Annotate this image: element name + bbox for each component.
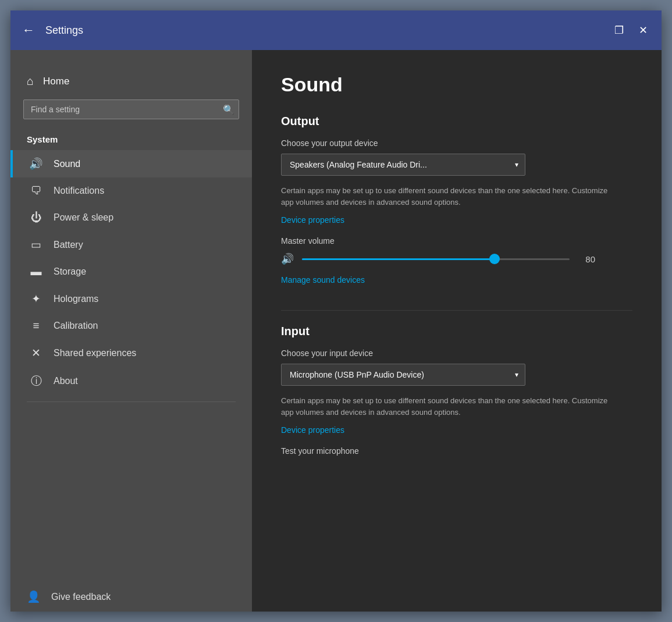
sidebar-sound-label: Sound (54, 159, 80, 169)
sidebar: ⌂ Home 🔍 System 🔊 Sound 🗨 Notifications (10, 50, 252, 612)
shared-icon: ✕ (29, 346, 43, 360)
sidebar-item-calibration[interactable]: ≡ Calibration (10, 312, 252, 339)
sidebar-item-power[interactable]: ⏻ Power & sleep (10, 204, 252, 231)
content-area: ⌂ Home 🔍 System 🔊 Sound 🗨 Notifications (10, 50, 662, 612)
volume-fill (302, 258, 495, 260)
output-device-label: Choose your output device (281, 138, 632, 148)
page-title: Sound (281, 73, 632, 96)
search-button[interactable]: 🔍 (223, 104, 234, 115)
sidebar-item-notifications[interactable]: 🗨 Notifications (10, 177, 252, 204)
search-input[interactable] (23, 99, 239, 119)
main-panel: Sound Output Choose your output device S… (252, 50, 662, 612)
sidebar-item-shared[interactable]: ✕ Shared experiences (10, 339, 252, 367)
output-info-text: Certain apps may be set up to use differ… (281, 185, 618, 208)
section-divider (281, 310, 632, 311)
close-button[interactable]: ✕ (637, 23, 650, 38)
output-device-dropdown-wrapper: Speakers (Analog Feature Audio Dri... ▾ (281, 154, 525, 176)
sidebar-notifications-label: Notifications (54, 186, 104, 196)
sidebar-item-battery[interactable]: ▭ Battery (10, 231, 252, 258)
power-icon: ⏻ (29, 211, 43, 224)
calibration-icon: ≡ (29, 319, 43, 332)
restore-button[interactable]: ❐ (612, 23, 626, 38)
input-section-title: Input (281, 325, 632, 338)
sidebar-home-label: Home (43, 76, 69, 87)
volume-thumb[interactable] (489, 254, 500, 264)
output-device-properties-link[interactable]: Device properties (281, 215, 344, 225)
output-section-title: Output (281, 115, 632, 128)
sidebar-item-about[interactable]: ⓘ About (10, 367, 252, 396)
feedback-icon: 👤 (27, 590, 41, 603)
volume-label: Master volume (281, 236, 632, 246)
sidebar-holograms-label: Holograms (54, 294, 98, 304)
input-info-text: Certain apps may be set up to use differ… (281, 395, 618, 418)
manage-sound-devices-link[interactable]: Manage sound devices (281, 275, 365, 285)
sound-icon: 🔊 (29, 157, 43, 170)
window-title: Settings (45, 24, 612, 37)
sidebar-storage-label: Storage (54, 266, 86, 277)
input-device-dropdown-wrapper: Microphone (USB PnP Audio Device) ▾ (281, 364, 525, 386)
sidebar-item-sound[interactable]: 🔊 Sound (10, 150, 252, 177)
sidebar-battery-label: Battery (54, 240, 83, 250)
search-container: 🔍 (23, 99, 239, 119)
storage-icon: ▬ (29, 265, 43, 278)
input-device-dropdown[interactable]: Microphone (USB PnP Audio Device) (281, 364, 525, 386)
sidebar-shared-label: Shared experiences (54, 348, 136, 358)
test-microphone-label: Test your microphone (281, 446, 632, 456)
sidebar-about-label: About (54, 376, 78, 386)
system-section-label: System (10, 131, 252, 150)
volume-slider[interactable] (302, 253, 570, 265)
settings-window: ← Settings ❐ ✕ ⌂ Home 🔍 System 🔊 (10, 10, 662, 612)
about-icon: ⓘ (29, 374, 43, 389)
sidebar-item-home[interactable]: ⌂ Home (10, 67, 252, 95)
holograms-icon: ✦ (29, 292, 43, 305)
battery-icon: ▭ (29, 238, 43, 251)
sidebar-item-storage[interactable]: ▬ Storage (10, 258, 252, 285)
input-device-label: Choose your input device (281, 349, 632, 358)
output-device-dropdown[interactable]: Speakers (Analog Feature Audio Dri... (281, 154, 525, 176)
back-button[interactable]: ← (22, 24, 35, 37)
volume-value: 80 (578, 254, 595, 264)
home-icon: ⌂ (27, 74, 34, 88)
sidebar-calibration-label: Calibration (54, 321, 98, 331)
titlebar: ← Settings ❐ ✕ (10, 10, 662, 50)
sidebar-divider (27, 401, 236, 402)
sidebar-power-label: Power & sleep (54, 212, 113, 223)
sidebar-item-holograms[interactable]: ✦ Holograms (10, 285, 252, 312)
input-device-properties-link[interactable]: Device properties (281, 425, 344, 435)
volume-row: 🔊 80 (281, 253, 632, 265)
window-controls: ❐ ✕ (612, 23, 650, 38)
sidebar-feedback[interactable]: 👤 Give feedback (10, 582, 252, 612)
volume-speaker-icon: 🔊 (281, 253, 294, 265)
volume-track (302, 258, 570, 260)
notifications-icon: 🗨 (29, 184, 43, 197)
feedback-label: Give feedback (51, 592, 111, 602)
